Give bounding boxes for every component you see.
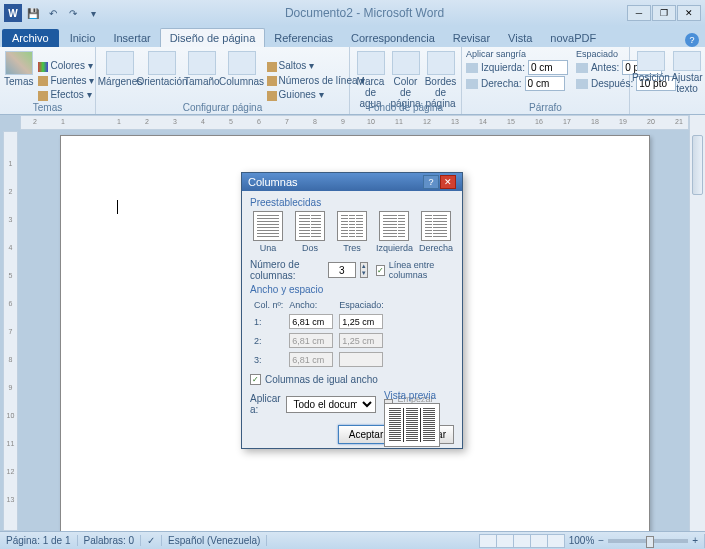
col3-ancho-input	[289, 352, 333, 367]
tab-diseno-pagina[interactable]: Diseño de página	[160, 28, 266, 47]
text-cursor	[117, 200, 118, 214]
status-bar: Página: 1 de 1 Palabras: 0 ✓ Español (Ve…	[0, 531, 705, 549]
col2-esp-input	[339, 333, 383, 348]
preset-dos[interactable]: Dos	[292, 211, 328, 253]
status-pagina[interactable]: Página: 1 de 1	[0, 535, 78, 546]
save-icon[interactable]: 💾	[24, 4, 42, 22]
num-columnas-label: Número de columnas:	[250, 259, 324, 281]
view-fullscreen-button[interactable]	[496, 534, 514, 548]
group-temas-label: Temas	[0, 102, 95, 113]
vista-previa-label: Vista previa	[384, 390, 444, 401]
zoom-slider[interactable]	[608, 539, 688, 543]
dialog-title: Columnas	[248, 176, 298, 188]
preestablecidas-label: Preestablecidas	[250, 197, 454, 208]
tab-correspondencia[interactable]: Correspondencia	[342, 29, 444, 47]
sangria-izq-input[interactable]	[528, 60, 568, 75]
num-columnas-input[interactable]	[328, 262, 356, 278]
col1-ancho-input[interactable]	[289, 314, 333, 329]
help-icon[interactable]: ?	[685, 33, 699, 47]
vertical-scrollbar[interactable]	[689, 115, 705, 531]
tab-vista[interactable]: Vista	[499, 29, 541, 47]
title-bar: W 💾 ↶ ↷ ▾ Documento2 - Microsoft Word ─ …	[0, 0, 705, 26]
col1-esp-input[interactable]	[339, 314, 383, 329]
preset-una[interactable]: Una	[250, 211, 286, 253]
dialog-titlebar[interactable]: Columnas ? ✕	[242, 173, 462, 191]
status-palabras[interactable]: Palabras: 0	[78, 535, 142, 546]
tab-inicio[interactable]: Inicio	[61, 29, 105, 47]
sangria-der-input[interactable]	[525, 76, 565, 91]
tab-revisar[interactable]: Revisar	[444, 29, 499, 47]
preset-derecha[interactable]: Derecha	[418, 211, 454, 253]
col3-esp-input	[339, 352, 383, 367]
tab-insertar[interactable]: Insertar	[104, 29, 159, 47]
zoom-in-button[interactable]: +	[692, 535, 698, 546]
ribbon: Temas Colores ▾ Fuentes ▾ Efectos ▾ Tema…	[0, 47, 705, 115]
aplicar-a-select[interactable]: Todo el documento	[286, 396, 376, 413]
efectos-button[interactable]: Efectos ▾	[35, 88, 97, 101]
vertical-ruler[interactable]: 12345678910111213	[3, 131, 18, 531]
view-print-layout-button[interactable]	[479, 534, 497, 548]
view-web-button[interactable]	[513, 534, 531, 548]
columns-dialog: Columnas ? ✕ Preestablecidas Una Dos Tre…	[241, 172, 463, 449]
ribbon-tabs: Archivo Inicio Insertar Diseño de página…	[0, 26, 705, 47]
igual-ancho-label: Columnas de igual ancho	[265, 374, 378, 385]
tab-referencias[interactable]: Referencias	[265, 29, 342, 47]
num-columnas-spinner[interactable]: ▲▼	[360, 262, 368, 278]
preset-izquierda[interactable]: Izquierda	[376, 211, 412, 253]
view-draft-button[interactable]	[547, 534, 565, 548]
space-after-icon	[576, 79, 588, 89]
igual-ancho-checkbox[interactable]: ✓	[250, 374, 261, 385]
linea-label: Línea entre columnas	[389, 260, 454, 280]
ancho-espacio-label: Ancho y espacio	[250, 284, 454, 295]
columns-width-table: Col. nº:Ancho:Espaciado: 1: 2: 3:	[250, 297, 388, 370]
horizontal-ruler[interactable]: 2112345678910111213141516171819202122232…	[20, 115, 689, 130]
group-fondo-label: Fondo de página	[350, 102, 461, 113]
close-window-button[interactable]: ✕	[677, 5, 701, 21]
indent-left-icon	[466, 63, 478, 73]
colores-button[interactable]: Colores ▾	[35, 59, 97, 72]
status-proofing-icon[interactable]: ✓	[141, 535, 162, 546]
fuentes-button[interactable]: Fuentes ▾	[35, 74, 97, 87]
minimize-button[interactable]: ─	[627, 5, 651, 21]
space-before-icon	[576, 63, 588, 73]
scrollbar-thumb[interactable]	[692, 135, 703, 195]
window-title: Documento2 - Microsoft Word	[102, 6, 627, 20]
undo-icon[interactable]: ↶	[44, 4, 62, 22]
preset-tres[interactable]: Tres	[334, 211, 370, 253]
redo-icon[interactable]: ↷	[64, 4, 82, 22]
linea-checkbox[interactable]: ✓	[376, 265, 385, 276]
zoom-value[interactable]: 100%	[569, 535, 595, 546]
word-icon[interactable]: W	[4, 4, 22, 22]
group-organizar-label: Organizar	[630, 102, 705, 113]
view-outline-button[interactable]	[530, 534, 548, 548]
aplicar-a-label: Aplicar a:	[250, 393, 282, 415]
tab-novapdf[interactable]: novaPDF	[541, 29, 605, 47]
zoom-out-button[interactable]: −	[598, 535, 604, 546]
preview-icon	[384, 403, 440, 447]
file-tab[interactable]: Archivo	[2, 29, 59, 47]
dialog-close-button[interactable]: ✕	[440, 175, 456, 189]
group-config-label: Configurar página	[96, 102, 349, 113]
qat-dropdown-icon[interactable]: ▾	[84, 4, 102, 22]
indent-right-icon	[466, 79, 478, 89]
maximize-button[interactable]: ❐	[652, 5, 676, 21]
group-parrafo-label: Párrafo	[462, 102, 629, 113]
col2-ancho-input	[289, 333, 333, 348]
status-idioma[interactable]: Español (Venezuela)	[162, 535, 267, 546]
sangria-label: Aplicar sangría	[466, 49, 568, 59]
dialog-help-button[interactable]: ?	[423, 175, 439, 189]
